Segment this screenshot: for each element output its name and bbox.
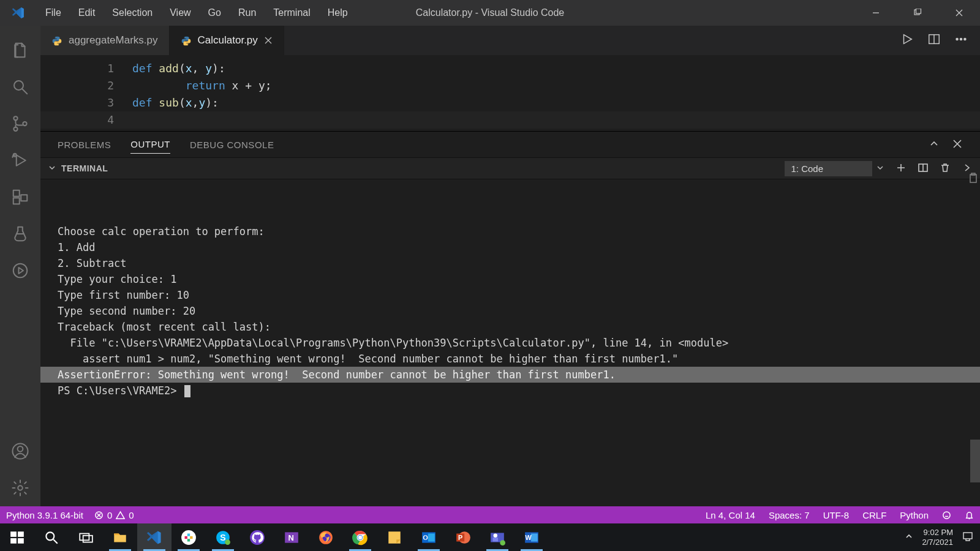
status-cursor-pos[interactable]: Ln 4, Col 14 <box>706 510 755 520</box>
windows-taskbar: S N P W 9:02 PM 2/7/2021 <box>0 523 980 551</box>
status-warnings-count: 0 <box>129 510 134 520</box>
taskbar-firefox-icon[interactable] <box>309 523 343 551</box>
panel-close-icon[interactable] <box>952 138 963 151</box>
taskbar-teams-icon[interactable] <box>480 523 514 551</box>
terminal-selector[interactable]: 1: Code <box>785 161 872 176</box>
tab-label: aggregateMarks.py <box>69 34 158 47</box>
activity-liveshare-icon[interactable] <box>0 252 40 289</box>
activity-run-debug-icon[interactable] <box>0 142 40 179</box>
split-editor-icon[interactable] <box>927 32 941 48</box>
svg-rect-26 <box>18 538 24 544</box>
activity-extensions-icon[interactable] <box>0 179 40 216</box>
svg-text:S: S <box>220 533 225 542</box>
activity-source-control-icon[interactable] <box>0 105 40 142</box>
menu-go[interactable]: Go <box>200 0 230 26</box>
window-minimize-button[interactable] <box>855 0 897 26</box>
tray-clock[interactable]: 9:02 PM 2/7/2021 <box>922 528 953 547</box>
svg-rect-19 <box>970 174 976 182</box>
taskbar-outlook-icon[interactable] <box>412 523 446 551</box>
status-encoding[interactable]: UTF-8 <box>823 510 850 520</box>
svg-point-50 <box>424 536 426 539</box>
status-spaces[interactable]: Spaces: 7 <box>769 510 810 520</box>
status-errors-count: 0 <box>107 510 112 520</box>
status-bell-icon[interactable] <box>965 511 974 520</box>
svg-rect-46 <box>388 531 401 544</box>
svg-point-16 <box>960 38 962 40</box>
menu-help[interactable]: Help <box>319 0 356 26</box>
taskbar-word-icon[interactable]: W <box>514 523 549 551</box>
bottom-panel: PROBLEMS OUTPUT DEBUG CONSOLE TERMINAL 1… <box>40 131 980 506</box>
svg-rect-24 <box>18 531 24 537</box>
panel-maximize-icon[interactable] <box>929 138 940 151</box>
menu-terminal[interactable]: Terminal <box>265 0 318 26</box>
status-bar: Python 3.9.1 64-bit 0 0 Ln 4, Col 14 Spa… <box>0 506 980 523</box>
window-maximize-button[interactable] <box>897 0 938 26</box>
code-editor[interactable]: 1234 def add(x, y): return x + y;def sub… <box>40 55 980 131</box>
svg-rect-59 <box>531 533 538 541</box>
menu-edit[interactable]: Edit <box>70 0 104 26</box>
tab-calculator[interactable]: Calculator.py <box>170 26 284 55</box>
panel-tab-problems[interactable]: PROBLEMS <box>58 140 111 154</box>
activity-search-icon[interactable] <box>0 69 40 105</box>
activity-explorer-icon[interactable] <box>0 32 40 69</box>
svg-point-15 <box>956 38 958 40</box>
menu-file[interactable]: File <box>37 0 70 26</box>
svg-rect-8 <box>13 198 20 204</box>
tray-chevron-up-icon[interactable] <box>905 532 913 542</box>
menu-selection[interactable]: Selection <box>104 0 161 26</box>
start-button[interactable] <box>0 523 34 551</box>
clipboard-icon[interactable] <box>968 173 979 186</box>
activity-testing-icon[interactable] <box>0 216 40 252</box>
taskbar-taskview-icon[interactable] <box>69 523 103 551</box>
taskbar-onenote-icon[interactable]: N <box>274 523 309 551</box>
window-close-button[interactable] <box>938 0 980 26</box>
tray-notifications-icon[interactable] <box>962 530 974 544</box>
taskbar-explorer-icon[interactable] <box>103 523 137 551</box>
split-terminal-icon[interactable] <box>918 162 929 175</box>
taskbar-skype-icon[interactable]: S <box>206 523 240 551</box>
activity-bar <box>0 26 40 506</box>
svg-point-30 <box>181 530 196 545</box>
taskbar-powerpoint-icon[interactable]: P <box>446 523 480 551</box>
tab-aggregate-marks[interactable]: aggregateMarks.py <box>40 26 170 55</box>
menu-view[interactable]: View <box>161 0 199 26</box>
taskbar-slack-icon[interactable] <box>172 523 206 551</box>
svg-point-13 <box>18 485 23 490</box>
activity-account-icon[interactable] <box>0 433 40 470</box>
svg-text:N: N <box>288 533 294 542</box>
chevron-down-icon[interactable] <box>48 163 56 174</box>
status-python[interactable]: Python 3.9.1 64-bit <box>6 510 83 520</box>
activity-settings-icon[interactable] <box>0 470 40 506</box>
taskbar-github-icon[interactable] <box>240 523 274 551</box>
svg-text:W: W <box>525 534 532 541</box>
status-language[interactable]: Python <box>900 510 929 520</box>
chevron-down-icon[interactable] <box>876 163 884 174</box>
svg-rect-1 <box>916 9 921 13</box>
svg-rect-29 <box>83 535 92 542</box>
close-icon[interactable] <box>264 36 273 45</box>
menu-run[interactable]: Run <box>230 0 265 26</box>
svg-point-12 <box>18 446 23 452</box>
status-feedback-icon[interactable] <box>942 511 951 520</box>
editor-tab-bar: aggregateMarks.py Calculator.py <box>40 26 980 55</box>
panel-tab-output[interactable]: OUTPUT <box>130 139 170 154</box>
taskbar-vscode-icon[interactable] <box>137 523 172 551</box>
terminal-selector-label: 1: Code <box>791 163 823 174</box>
terminal-output[interactable]: Choose calc operation to perform:1. Add2… <box>40 179 980 506</box>
svg-point-45 <box>358 535 363 539</box>
taskbar-chrome-icon[interactable] <box>343 523 377 551</box>
svg-point-17 <box>964 38 966 40</box>
status-eol[interactable]: CRLF <box>862 510 886 520</box>
taskbar-sticky-notes-icon[interactable] <box>377 523 412 551</box>
more-actions-icon[interactable] <box>954 32 968 48</box>
tab-label: Calculator.py <box>198 34 258 47</box>
status-problems[interactable]: 0 0 <box>94 510 134 520</box>
new-terminal-icon[interactable] <box>895 162 907 175</box>
svg-point-37 <box>225 539 230 545</box>
taskbar-search-icon[interactable] <box>34 523 69 551</box>
run-file-icon[interactable] <box>900 32 914 48</box>
kill-terminal-icon[interactable] <box>940 162 951 175</box>
svg-rect-56 <box>492 538 498 542</box>
svg-rect-48 <box>428 533 435 541</box>
panel-tab-debug-console[interactable]: DEBUG CONSOLE <box>190 140 274 154</box>
